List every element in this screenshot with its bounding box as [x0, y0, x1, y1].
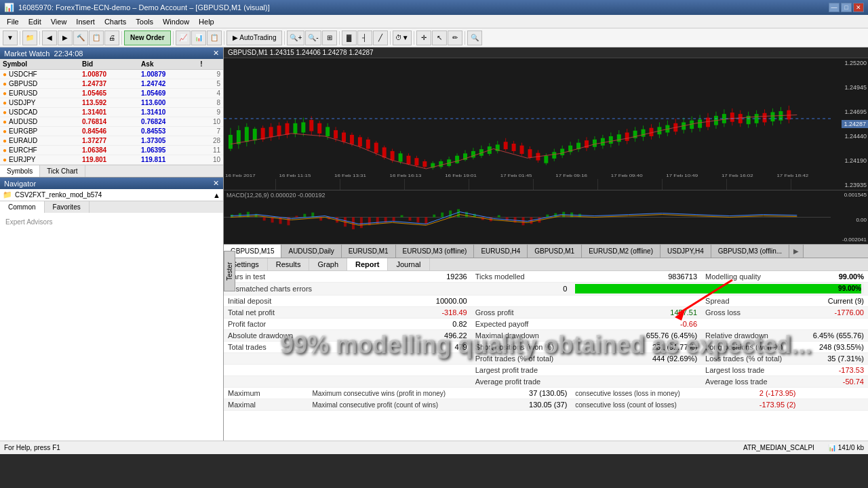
chart-tab-eurusd-h4[interactable]: EURUSD,H4 — [474, 245, 528, 258]
close-button[interactable]: ✕ — [853, 3, 864, 12]
toolbar-candle-btn[interactable]: ▓ — [342, 30, 357, 45]
svg-rect-184 — [465, 212, 468, 218]
market-watch-row[interactable]: ●USDCAD 1.31401 1.31410 9 — [0, 108, 223, 117]
menu-insert[interactable]: Insert — [72, 16, 99, 27]
market-watch-row[interactable]: ●EURAUD 1.37277 1.37305 28 — [0, 136, 223, 146]
modelling-bar-cell: 99.00% — [571, 283, 868, 296]
ea-name-status: ATR_MEDIAN_SCALPI — [743, 444, 814, 451]
toolbar-crosshair-btn[interactable]: ✛ — [416, 30, 431, 45]
minimize-button[interactable]: — — [829, 3, 840, 12]
toolbar-open-btn[interactable]: 📁 — [22, 30, 37, 45]
nav-tab-common[interactable]: Common — [0, 201, 45, 213]
toolbar-period-btn[interactable]: ⏱▼ — [393, 30, 412, 45]
navigator-close-icon[interactable]: ✕ — [213, 179, 219, 188]
status-bar: For Help, press F1 ATR_MEDIAN_SCALPI 📊 1… — [0, 441, 868, 454]
toolbar-search-btn[interactable]: 🔍 — [467, 30, 482, 45]
toolbar-zoom-out-btn[interactable]: 🔍- — [305, 30, 321, 45]
toolbar: ▼ 📁 ◀ ▶ 🔨 📋 🖨 New Order 📈 📊 📋 ▶ AutoTrad… — [0, 28, 868, 47]
market-watch-row[interactable]: ●EURGBP 0.84546 0.84553 7 — [0, 127, 223, 136]
results-tab-journal[interactable]: Journal — [388, 258, 429, 270]
menu-view[interactable]: View — [47, 16, 71, 27]
toolbar-fit-btn[interactable]: ⊞ — [322, 30, 337, 45]
chart-tab-eurusd-m1[interactable]: EURUSD,M1 — [342, 245, 396, 258]
chart-canvas[interactable]: 16 Feb 2017 16 Feb 11:15 16 Feb 13:31 16… — [224, 58, 868, 190]
svg-rect-20 — [301, 122, 305, 132]
toolbar-sep-5 — [224, 31, 224, 45]
toolbar-compile-btn[interactable]: 🔨 — [73, 30, 88, 45]
svg-rect-26 — [326, 127, 330, 136]
toolbar-draw-btn[interactable]: ✏ — [448, 30, 462, 45]
abs-drawdown-label: Absolute drawdown — [224, 330, 308, 342]
results-row-profit: Total net profit -318.49 Gross profit 14… — [224, 307, 868, 319]
menu-tools[interactable]: Tools — [132, 16, 157, 27]
menu-file[interactable]: File — [3, 16, 23, 27]
market-watch-row[interactable]: ●GBPUSD 1.24737 1.24742 5 — [0, 79, 223, 89]
spread-cell: 4 — [197, 89, 223, 98]
long-positions-value: 248 (93.55%) — [800, 342, 868, 353]
menu-charts[interactable]: Charts — [100, 16, 130, 27]
menu-edit[interactable]: Edit — [24, 16, 45, 27]
mw-col-spread: ! — [197, 59, 223, 70]
market-watch-close-icon[interactable]: ✕ — [213, 49, 219, 58]
largest-profit-value — [571, 365, 701, 376]
results-tab-report[interactable]: Report — [347, 258, 388, 270]
toolbar-zoom-in-btn[interactable]: 🔍+ — [287, 30, 304, 45]
toolbar-bar-btn[interactable]: ┤ — [357, 30, 372, 45]
toolbar-line-btn[interactable]: ╱ — [373, 30, 388, 45]
chart-tab-audusd-daily[interactable]: AUDUSD,Daily — [281, 245, 341, 258]
toolbar-fwd-btn[interactable]: ▶ — [58, 30, 73, 45]
maximal-consec-loss-value: -173.95 (2) — [701, 399, 800, 411]
market-watch-row[interactable]: ●AUDUSD 0.76814 0.76824 10 — [0, 117, 223, 127]
results-tab-results[interactable]: Results — [268, 258, 310, 270]
auto-trading-button[interactable]: ▶ AutoTrading — [226, 30, 283, 45]
svg-rect-6 — [245, 127, 249, 142]
mw-tab-symbols[interactable]: Symbols — [0, 165, 40, 177]
macd-mid: 0.00 — [831, 217, 867, 223]
menu-help[interactable]: Help — [195, 16, 218, 27]
ask-cell: 1.06395 — [138, 146, 197, 155]
chart-tab-gbpusd-m1[interactable]: GBPUSD,M1 — [528, 245, 582, 258]
chart-tab-usdjpy-h4[interactable]: USDJPY,H4 — [660, 245, 711, 258]
symbol-cell: ●GBPUSD — [0, 79, 79, 89]
toolbar-print-btn[interactable]: 🖨 — [104, 30, 119, 45]
results-row-consecutive: Maximum Maximum consecutive wins (profit… — [224, 388, 868, 399]
menu-window[interactable]: Window — [159, 16, 193, 27]
avg-loss-value: -50.74 — [800, 376, 868, 388]
price-level-4: 1.24440 — [832, 133, 867, 140]
nav-tab-favorites[interactable]: Favorites — [45, 201, 90, 213]
mw-tab-tick-chart[interactable]: Tick Chart — [40, 165, 85, 177]
macd-header: MACD(12,26,9) 0.000020 -0.000192 — [226, 192, 326, 199]
market-watch-row[interactable]: ●USDCHF 1.00870 1.00879 9 — [0, 70, 223, 79]
nav-scroll-up[interactable]: ▲ — [213, 191, 220, 199]
toolbar-back-btn[interactable]: ◀ — [42, 30, 57, 45]
results-tab-graph[interactable]: Graph — [309, 258, 347, 270]
toolbar-positions-btn[interactable]: 📊 — [191, 30, 206, 45]
market-watch-row[interactable]: ●EURUSD 1.05465 1.05469 4 — [0, 89, 223, 98]
avg-profit-value — [571, 376, 701, 388]
toolbar-properties-btn[interactable]: 📋 — [89, 30, 104, 45]
maximize-button[interactable]: □ — [841, 3, 852, 12]
toolbar-new-btn[interactable]: ▼ — [3, 30, 18, 45]
svg-rect-94 — [601, 138, 605, 146]
new-order-button[interactable]: New Order — [124, 30, 171, 45]
auto-trading-icon: ▶ — [233, 34, 238, 41]
svg-rect-58 — [455, 156, 459, 163]
initial-deposit-label: Initial deposit — [224, 296, 308, 307]
toolbar-sep-7 — [339, 31, 340, 45]
svg-rect-70 — [504, 142, 508, 149]
ticks-label: Ticks modelled — [471, 271, 572, 283]
chart-symbol-info: GBPUSD,M1 1.24315 1.24406 1.24278 1.2428… — [228, 49, 374, 56]
toolbar-cursor-btn[interactable]: ↖ — [432, 30, 447, 45]
market-watch-row[interactable]: ●EURCHF 1.06384 1.06395 11 — [0, 146, 223, 155]
chart-tab-gbpusd-m3-offline[interactable]: GBPUSD,M3 (offlin... — [711, 245, 789, 258]
chart-tab-eurusd-m3-offline[interactable]: EURUSD,M3 (offline) — [396, 245, 475, 258]
menu-bar: File Edit View Insert Charts Tools Windo… — [0, 15, 868, 28]
market-watch-row[interactable]: ●USDJPY 113.592 113.600 8 — [0, 98, 223, 108]
chart-tab-eurusd-m2-offline[interactable]: EURUSD,M2 (offline) — [582, 245, 660, 258]
market-watch-row[interactable]: ●EURJPY 119.801 119.811 10 — [0, 155, 223, 165]
modelling-bar-pct: 99.00% — [838, 284, 861, 293]
tester-side-tab[interactable]: Tester — [224, 251, 235, 291]
toolbar-orders-btn[interactable]: 📋 — [207, 30, 222, 45]
toolbar-history-btn[interactable]: 📈 — [176, 30, 191, 45]
chart-tab-more[interactable]: ▶ — [789, 245, 804, 258]
